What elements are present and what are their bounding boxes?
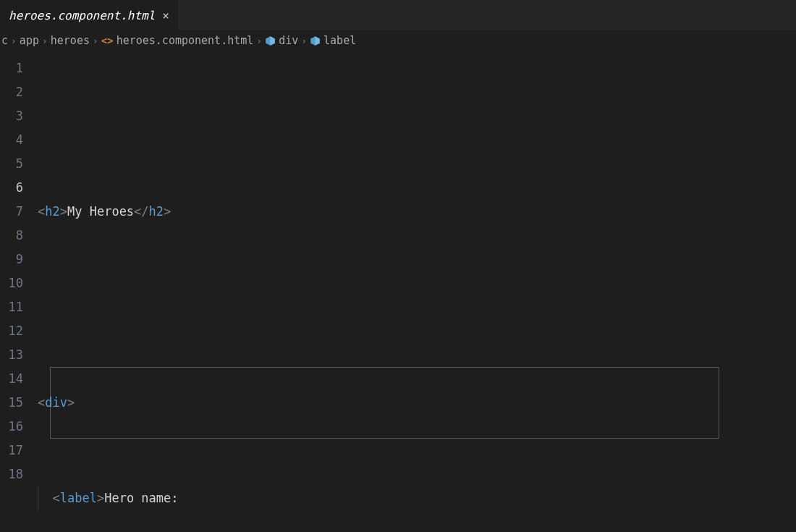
line-number: 18	[0, 463, 23, 486]
breadcrumb-item[interactable]: heroes	[51, 34, 90, 47]
element-icon	[310, 35, 321, 46]
element-icon	[265, 35, 276, 46]
line-number: 1	[0, 56, 23, 80]
chevron-right-icon: ›	[301, 35, 307, 46]
breadcrumb-item[interactable]: heroes.component.html	[117, 34, 254, 47]
chevron-right-icon: ›	[256, 35, 262, 46]
line-number: 6	[0, 176, 23, 200]
chevron-right-icon: ›	[93, 35, 98, 46]
line-number: 5	[0, 152, 23, 176]
breadcrumb-item[interactable]: c	[1, 34, 8, 47]
code-area[interactable]: <h2>My Heroes</h2> <div> <label>Hero nam…	[38, 56, 796, 532]
editor-tab[interactable]: heroes.component.html ×	[0, 0, 179, 30]
line-number: 2	[0, 80, 23, 104]
line-number: 4	[0, 128, 23, 152]
line-number: 16	[0, 415, 23, 439]
breadcrumb-item[interactable]: label	[323, 34, 356, 47]
code-line: <h2>My Heroes</h2>	[38, 200, 796, 224]
line-number: 12	[0, 319, 23, 343]
code-line: <div>	[38, 391, 796, 415]
line-number-gutter: 1 2 3 4 5 6 7 8 9 10 11 12 13 14 15 16 1…	[0, 56, 38, 532]
line-number: 10	[0, 271, 23, 295]
line-number: 11	[0, 295, 23, 319]
html-file-icon: <>	[101, 35, 114, 46]
code-line	[38, 295, 796, 319]
code-line: <label>Hero name:	[38, 486, 796, 510]
line-number: 17	[0, 439, 23, 463]
code-editor[interactable]: 1 2 3 4 5 6 7 8 9 10 11 12 13 14 15 16 1…	[0, 51, 796, 532]
chevron-right-icon: ›	[42, 35, 48, 46]
breadcrumb: c › app › heroes › <> heroes.component.h…	[0, 30, 796, 51]
close-icon[interactable]: ×	[162, 9, 169, 22]
line-number: 7	[0, 200, 23, 224]
line-number: 8	[0, 224, 23, 248]
line-number: 3	[0, 104, 23, 128]
line-number: 14	[0, 367, 23, 391]
line-number: 13	[0, 343, 23, 367]
chevron-right-icon: ›	[11, 35, 17, 46]
breadcrumb-item[interactable]: app	[20, 34, 39, 47]
line-number: 15	[0, 391, 23, 415]
tab-filename: heroes.component.html	[9, 9, 155, 22]
line-number: 9	[0, 248, 23, 271]
breadcrumb-item[interactable]: div	[279, 34, 298, 47]
tab-bar: heroes.component.html ×	[0, 0, 796, 30]
